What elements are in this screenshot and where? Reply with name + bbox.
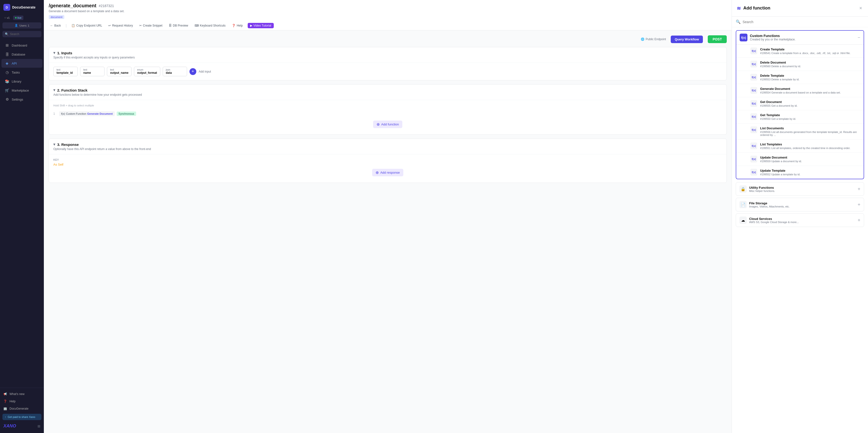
file-storage-header[interactable]: 📄 File Storage Images, Videos, Attachmen… [736, 198, 864, 211]
fn-item-desc: #199552 Update a template by id. [760, 173, 860, 176]
sidebar-item-help[interactable]: ❓ Help [0, 398, 44, 405]
function-stack-title: ▾ 2. Function Stack [53, 88, 722, 92]
keyboard-shortcuts-button[interactable]: ⌨ Keyboard Shortcuts [193, 23, 227, 28]
function-stack-body: Hold Shift + drag to select multiple 1 f… [49, 100, 726, 134]
panel-title: ≋ Add function [737, 5, 770, 11]
input-chip-data[interactable]: json data [163, 67, 187, 76]
sidebar-item-database[interactable]: 🗄 Database [1, 50, 42, 59]
back-button[interactable]: ← Back [49, 23, 62, 28]
play-icon: ▶ [250, 24, 252, 27]
sidebar-search[interactable]: 🔍 Search [2, 31, 41, 37]
file-storage-expand-icon[interactable]: + [858, 202, 861, 208]
avatar: D [3, 4, 10, 11]
custom-functions-name: Custom Functions [750, 34, 796, 38]
fn-item-get-document[interactable]: f(x) Get Document #199555 Get a document… [736, 97, 864, 110]
live-dot [15, 17, 17, 19]
fn-item-get-template[interactable]: f(x) Get Template #199550 Get a template… [736, 110, 864, 123]
fn-item-delete-template[interactable]: f(x) Delete Template #199553 Delete a te… [736, 71, 864, 84]
fn-item-delete-document[interactable]: f(x) Delete Document #199560 Delete a do… [736, 58, 864, 71]
sidebar-item-library[interactable]: 📚 Library [1, 77, 42, 86]
xano-branding: XANO ⊞ [0, 422, 44, 431]
fn-item-list-templates[interactable]: f(x) List Templates #199551 List all tem… [736, 140, 864, 153]
fn-item-desc: #199559 Update a document by id. [760, 160, 860, 163]
fn-item-icon: f(x) [750, 156, 757, 162]
fn-item-name: Delete Template [760, 74, 860, 78]
settings-icon: ⚙ [5, 97, 9, 101]
add-function-row: ⊕ Add function [53, 118, 722, 130]
sidebar-item-settings[interactable]: ⚙ Settings [1, 95, 42, 104]
cloud-services-header[interactable]: ☁ Cloud Services AWS S3, Google Cloud St… [736, 214, 864, 227]
query-workflow-button[interactable]: Query Workflow [671, 36, 703, 43]
collapse-response-icon[interactable]: ▾ [53, 142, 55, 147]
get-paid-button[interactable]: ↑ Get paid to share Xano [2, 414, 41, 420]
fn-item-desc: #199554 Generate a document based on a t… [760, 91, 860, 94]
fn-prefix-icon: f(x) [61, 112, 65, 115]
fn-item-create-template[interactable]: f(x) Create Template #199541 Create a te… [736, 44, 864, 58]
panel-search-input[interactable] [743, 20, 864, 24]
input-chip-output-format[interactable]: enum output_format [134, 67, 160, 76]
sidebar-item-marketplace[interactable]: 🛒 Marketplace [1, 86, 42, 95]
custom-functions-desc: Created by you or the marketplace. [750, 38, 796, 41]
utility-expand-icon[interactable]: + [858, 186, 861, 192]
fn-name-link[interactable]: Generate Document [87, 112, 113, 115]
sidebar: D DocuGenerate ⑂ v1 live 👤 Users: 1 🔍 Se… [0, 0, 44, 433]
tab-live[interactable]: live [13, 16, 24, 20]
panel-close-button[interactable]: × [858, 4, 863, 12]
utility-functions-group: 🔒 Utility Functions Misc helper function… [736, 182, 864, 196]
fn-item-icon: f(x) [750, 143, 757, 149]
input-chip-template-id[interactable]: text template_id [53, 67, 78, 76]
file-storage-name: File Storage [749, 202, 789, 205]
panel-search-icon: 🔍 [736, 20, 741, 24]
file-storage-desc: Images, Videos, Attachments, etc. [749, 205, 789, 208]
create-snippet-button[interactable]: ✂ Create Snippet [138, 23, 164, 28]
sidebar-item-api[interactable]: ◈ API [1, 59, 42, 68]
file-storage-icon: 📄 [739, 201, 747, 208]
sidebar-item-dashboard[interactable]: ⊞ Dashboard [1, 41, 42, 50]
input-chip-output-name[interactable]: text output_name [107, 67, 131, 76]
fn-item-icon: f(x) [750, 87, 757, 94]
api-icon: ◈ [5, 61, 9, 65]
db-preview-button[interactable]: 🗄 DB Preview [167, 23, 190, 28]
collapse-inputs-icon[interactable]: ▾ [53, 51, 55, 55]
copy-endpoint-button[interactable]: 📋 Copy Endpoint URL [70, 23, 103, 28]
fn-item-icon: f(x) [750, 169, 757, 176]
library-icon: 📚 [5, 79, 9, 84]
bell-icon: 📢 [3, 392, 7, 396]
db-icon: 🗄 [169, 24, 172, 27]
utility-functions-header[interactable]: 🔒 Utility Functions Misc helper function… [736, 182, 864, 195]
cloud-services-expand-icon[interactable]: + [858, 217, 861, 223]
function-row[interactable]: 1 f(x) Custom Function Generate Document… [53, 110, 722, 118]
fn-item-update-document[interactable]: f(x) Update Document #199559 Update a do… [736, 153, 864, 166]
fn-item-desc: #199556 List all documents generated fro… [760, 130, 860, 136]
inputs-section-body: text template_id text name text output_n… [49, 63, 726, 80]
fn-item-name: Create Template [760, 48, 860, 51]
add-function-button[interactable]: ⊕ Add function [373, 121, 402, 128]
video-tutorial-button[interactable]: ▶ Video Tutorial [248, 23, 274, 28]
fn-item-name: Update Document [760, 156, 860, 159]
help-button[interactable]: ❓ Help [230, 23, 244, 28]
page-subtitle: Generate a document based on a template … [49, 9, 727, 13]
fn-item-generate-document[interactable]: f(x) Generate Document #199554 Generate … [736, 84, 864, 97]
collapse-functions-icon[interactable]: ▾ [53, 88, 55, 92]
add-response-button[interactable]: ⊕ Add response [372, 169, 403, 176]
tab-v1[interactable]: ⑂ v1 [2, 16, 12, 20]
sidebar-item-whats-new[interactable]: 📢 What's new [0, 391, 44, 398]
share-icon: ↑ [5, 415, 6, 419]
expand-icon[interactable]: ⊞ [37, 424, 40, 428]
public-endpoint-button[interactable]: 🌐 Public Endpoint [641, 37, 666, 41]
collapse-custom-functions-button[interactable]: − [858, 35, 860, 40]
fn-badge: f(x) Custom Function Generate Document [59, 111, 115, 116]
fn-item-icon: f(x) [750, 126, 757, 133]
cloud-icon: ☁ [739, 216, 747, 224]
add-input-button[interactable]: + [189, 68, 196, 75]
post-button[interactable]: POST [708, 35, 727, 43]
fn-item-update-template[interactable]: f(x) Update Template #199552 Update a te… [736, 166, 864, 179]
sidebar-item-tasks[interactable]: ◷ Tasks [1, 68, 42, 77]
add-input-label: Add input [199, 70, 211, 73]
input-chip-name[interactable]: text name [80, 67, 104, 76]
workflow-area: 🌐 Public Endpoint Query Workflow POST ▾ … [44, 30, 732, 433]
request-history-button[interactable]: ↩ Request History [107, 23, 134, 28]
sidebar-item-docugenerate[interactable]: 🏢 DocuGenerate [0, 405, 44, 412]
help-icon: ❓ [3, 400, 7, 403]
fn-item-list-documents[interactable]: f(x) List Documents #199556 List all doc… [736, 123, 864, 140]
